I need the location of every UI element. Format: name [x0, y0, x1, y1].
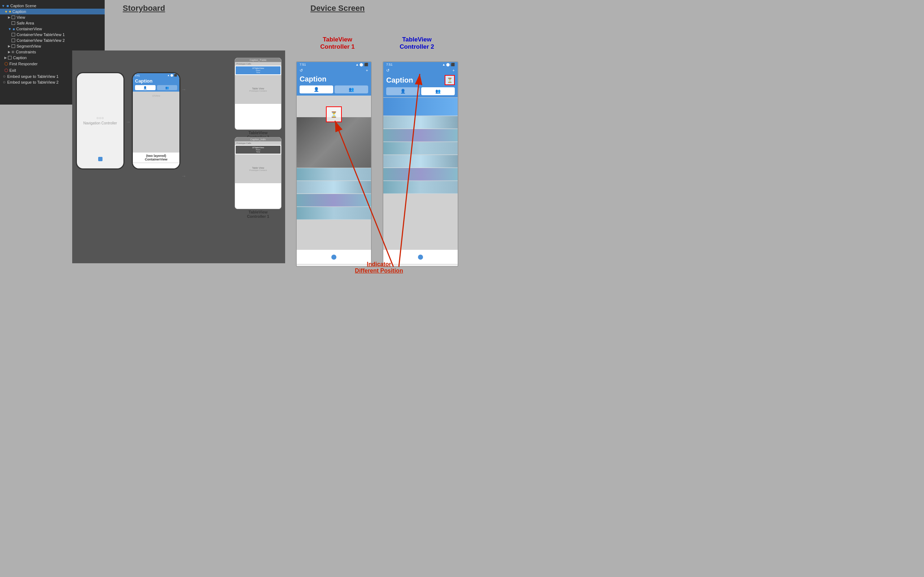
device-screen: TableViewController 1 TableViewControlle…: [296, 0, 462, 288]
indicator-box-1: ⏳: [326, 106, 342, 122]
tree-label-embed1: Embed segue to TableView 1: [7, 74, 58, 79]
dev2-status: 7:51 ▲ ⬤ ⬛: [383, 62, 458, 67]
dev1-tab-dot: [331, 255, 336, 259]
dev2-title: Caption ⏳: [383, 74, 458, 87]
dev1-tabs: 👤 👥: [297, 85, 371, 95]
caption-to-bottom-arrow: →: [181, 173, 186, 179]
spinner-icon-1: ⏳: [330, 111, 338, 118]
tab-person2[interactable]: 👥: [157, 85, 178, 90]
dev2-tab-dot: [418, 255, 423, 259]
dev2-list-4: [383, 155, 458, 168]
tab-person1[interactable]: 👤: [135, 85, 155, 90]
sb-mini-bottom: Caption_Indiv Prototype Cells UITableVie…: [234, 137, 281, 209]
caption-status-bar: 9:41 ▲ ⬤ ⬛: [133, 73, 179, 77]
tree-row-caption-scene[interactable]: ▼ ■ Caption Scene: [0, 3, 105, 9]
nav-to-caption-arrow: →: [126, 119, 131, 125]
sb-mini-bottom-header: Caption_Indiv: [235, 137, 281, 141]
storyboard-area: ⊙⊙⊙ Navigation Controller 9:41 ▲ ⬤ ⬛ Cap…: [72, 50, 285, 263]
sb-top-body: Table View Prototype Content: [235, 75, 281, 104]
dev2-list-3: [383, 142, 458, 155]
tree-row-safearea[interactable]: Safe Area: [0, 20, 105, 26]
dev1-list-2: [297, 181, 371, 193]
spinner-icon-2: ⏳: [447, 77, 452, 83]
sb-mini-bottom-cells: Prototype Cells: [235, 141, 281, 145]
tree-label-view: View: [16, 15, 25, 19]
tree-label-constraints: Constraints: [16, 50, 36, 54]
dev2-list-2: [383, 129, 458, 142]
dev1-image: [297, 117, 371, 168]
dev2-tab2[interactable]: 👥: [421, 87, 455, 95]
dev2-list-6: [383, 181, 458, 193]
tvc1-label: TableViewController 1: [303, 36, 372, 50]
dev2-tab1[interactable]: 👤: [386, 87, 420, 95]
tree-label-cv-tv2: ContainerView TableView 2: [16, 38, 65, 43]
dev1-title: Caption: [297, 74, 371, 85]
dev2-toolbar: ↺ +: [383, 67, 458, 74]
sb-mini-top-header: Caption_Public: [235, 58, 281, 62]
caption-phone-tabs: 👤 👥: [133, 85, 179, 92]
nav-controller-text: Navigation Controller: [83, 121, 117, 125]
tree-label-caption-scene: Caption Scene: [10, 3, 36, 8]
device-phone-1: 7:51 ▲ ⬤ ⬛ ↺ + Caption 👤 👥 ⏳: [296, 61, 372, 267]
dev1-toolbar: ↺ +: [297, 67, 371, 74]
dev1-body: ⏳: [297, 95, 371, 250]
dev2-tabs: 👤 👥: [383, 87, 458, 97]
sb-mini-top: Caption_Public Prototype Cells UITableVi…: [234, 58, 281, 130]
dev2-list-5: [383, 168, 458, 181]
storyboard-label: Storyboard: [123, 3, 165, 13]
dev1-list-4: [297, 207, 371, 220]
two-layered-label: (two layered)ContainerView: [133, 153, 179, 163]
tvc2-label: TableViewController 2: [383, 36, 451, 50]
nav-phone-dot: [98, 157, 102, 161]
nav-controller-label: ⊙⊙⊙ Navigation Controller: [77, 73, 123, 168]
sb-tvc1-label: TableViewController 1: [234, 210, 281, 219]
tree-label-embed2: Embed segue to TableView 2: [7, 80, 58, 84]
dev1-list-1: [297, 168, 371, 181]
dev1-tab2[interactable]: 👥: [334, 85, 368, 93]
tree-row-containerview[interactable]: ▼ ■ ContainerView: [0, 26, 105, 32]
tree-label-exit: Exit: [10, 68, 16, 73]
dev1-tab1[interactable]: 👤: [300, 85, 333, 93]
caption-phone: 9:41 ▲ ⬤ ⬛ Caption 👤 👥 UIView (two layer…: [132, 72, 181, 169]
tree-label-segmentview: SegmentView: [16, 44, 41, 48]
sb-bottom-body: Table View Prototype Content: [235, 154, 281, 183]
tree-row-segmentview[interactable]: ▶ SegmentView: [0, 43, 105, 49]
tree-label-firstresponder: First Responder: [10, 62, 37, 66]
dev1-list-3: [297, 194, 371, 206]
caption-phone-title: Caption: [133, 77, 179, 85]
tree-row-cv-tableview2[interactable]: ContainerView TableView 2: [0, 37, 105, 43]
device-phone-2: 7:51 ▲ ⬤ ⬛ ↺ + Caption ⏳ 👤 👥: [383, 61, 459, 267]
tree-label-cv-tv1: ContainerView TableView 1: [16, 32, 65, 37]
caption-phone-body: UIView: [133, 92, 179, 153]
dev1-status: 7:51 ▲ ⬤ ⬛: [297, 62, 371, 67]
phone-bottom-bar: [133, 163, 179, 168]
tree-label-caption: Caption: [12, 10, 26, 14]
dev2-list-1: [383, 116, 458, 129]
tree-row-caption[interactable]: ▼ ■ Caption: [0, 9, 105, 15]
tree-label-safearea: Safe Area: [16, 21, 34, 25]
caption-to-top-arrow: →: [181, 87, 186, 92]
sb-mini-top-cells: Prototype Cells: [235, 62, 281, 66]
tree-row-view[interactable]: ▶ View: [0, 15, 105, 20]
indicator-box-2: ⏳: [445, 75, 455, 85]
tree-row-cv-tableview1[interactable]: ContainerView TableView 1: [0, 32, 105, 37]
dev2-list-0: [383, 98, 458, 116]
nav-controller-phone: ⊙⊙⊙ Navigation Controller: [76, 72, 124, 169]
tree-label-containerview: ContainerView: [16, 27, 42, 31]
dev2-body: [383, 97, 458, 250]
indicator-label: IndicatorDifferent Position: [355, 261, 403, 274]
tree-label-caption2: Caption: [13, 56, 27, 60]
